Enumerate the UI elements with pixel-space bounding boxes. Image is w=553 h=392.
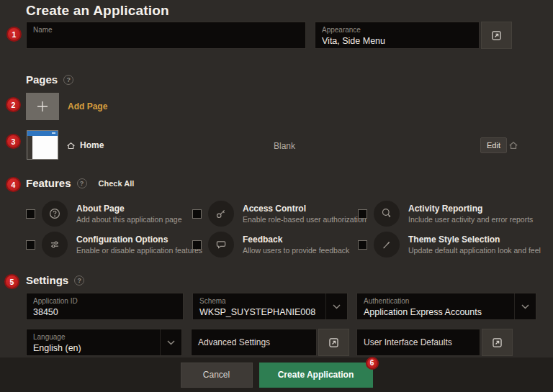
add-page-button[interactable] — [26, 93, 59, 120]
language-value: English (en) — [33, 342, 175, 354]
popup-arrow-icon — [491, 30, 502, 41]
thumbnail-sidebar — [27, 136, 32, 159]
feature-description: Include user activity and error reports — [408, 215, 533, 224]
comment-icon — [208, 232, 234, 257]
home-icon — [66, 141, 76, 150]
appearance-field-value: Vita, Side Menu — [322, 35, 472, 47]
home-page-indicator-icon — [508, 140, 518, 150]
feature-feedback: Feedback Allow users to provide feedback — [192, 230, 355, 259]
create-application-button[interactable]: Create Application 6 — [259, 363, 373, 388]
appearance-field[interactable]: Appearance Vita, Side Menu — [315, 22, 480, 49]
feature-configuration-options: Configuration Options Enable or disable … — [26, 230, 189, 259]
feature-description: Enable or disable application features — [76, 246, 202, 255]
pages-help-icon[interactable]: ? — [63, 75, 73, 85]
step-badge-2: 2 — [6, 97, 21, 112]
user-interface-defaults-label: User Interface Defaults — [364, 337, 452, 347]
feedback-checkbox[interactable] — [192, 240, 202, 250]
advanced-settings-label: Advanced Settings — [198, 337, 270, 347]
cancel-button[interactable]: Cancel — [181, 363, 253, 388]
create-application-wizard: 1 2 3 4 5 Create an Application Name App… — [0, 0, 553, 392]
configuration-options-checkbox[interactable] — [26, 240, 35, 250]
step-badge-4: 4 — [6, 177, 21, 192]
name-field[interactable]: Name — [26, 22, 306, 49]
question-circle-icon — [42, 201, 68, 227]
popup-arrow-icon — [328, 337, 339, 348]
thumbnail-body — [32, 136, 58, 159]
access-control-checkbox[interactable] — [192, 209, 202, 219]
feature-description: Update default application look and feel — [408, 246, 541, 255]
schema-select[interactable]: Schema WKSP_SUYSTEPHANIE008 — [192, 293, 348, 320]
schema-value: WKSP_SUYSTEPHANIE008 — [199, 306, 341, 318]
chevron-down-icon[interactable] — [514, 293, 536, 319]
feature-about-page: About Page Add about this application pa… — [26, 199, 189, 228]
feature-title: Theme Style Selection — [408, 234, 541, 245]
feature-description: Enable role-based user authorization — [243, 215, 367, 224]
chevron-down-icon[interactable] — [325, 293, 347, 319]
page-type: Blank — [274, 141, 295, 151]
add-page-label[interactable]: Add Page — [68, 101, 107, 111]
thumbnail-control — [52, 132, 55, 134]
plus-icon — [35, 99, 50, 114]
page-name: Home — [80, 140, 104, 150]
key-icon — [208, 201, 234, 227]
step-badge-1: 1 — [6, 27, 22, 42]
step-badge-6: 6 — [366, 357, 379, 370]
schema-label: Schema — [199, 297, 341, 306]
thumbnail-titlebar — [27, 131, 58, 136]
feature-access-control: Access Control Enable role-based user au… — [192, 199, 355, 228]
edit-page-button[interactable]: Edit — [480, 137, 507, 153]
create-application-label: Create Application — [278, 370, 354, 380]
settings-heading-text: Settings — [26, 274, 68, 286]
advanced-settings-field[interactable]: Advanced Settings — [191, 329, 317, 356]
application-id-field[interactable]: Application ID 38450 — [26, 293, 184, 320]
sliders-icon — [42, 232, 68, 257]
advanced-settings-open-dialog-button[interactable] — [318, 329, 349, 356]
page-thumbnail[interactable] — [27, 130, 58, 160]
name-field-label: Name — [33, 26, 299, 35]
features-help-icon[interactable]: ? — [77, 178, 87, 188]
step-badge-5: 5 — [4, 274, 19, 289]
brush-icon — [374, 232, 400, 257]
feature-description: Allow users to provide feedback — [243, 246, 349, 255]
page-title: Create an Application — [26, 3, 169, 19]
page-row-home[interactable]: Home — [66, 140, 104, 150]
appearance-field-label: Appearance — [322, 26, 472, 35]
authentication-label: Authentication — [364, 297, 529, 306]
language-select[interactable]: Language English (en) — [26, 329, 182, 356]
feature-title: Configuration Options — [76, 234, 202, 245]
user-interface-defaults-open-dialog-button[interactable] — [482, 329, 513, 356]
about-page-checkbox[interactable] — [26, 209, 35, 219]
pages-heading-text: Pages — [26, 73, 58, 86]
features-heading-text: Features — [26, 177, 71, 189]
user-interface-defaults-field[interactable]: User Interface Defaults — [356, 329, 480, 356]
language-label: Language — [33, 333, 175, 342]
user-search-icon — [374, 201, 400, 227]
feature-theme-style-selection: Theme Style Selection Update default app… — [358, 230, 521, 259]
feature-activity-reporting: Activity Reporting Include user activity… — [358, 199, 521, 228]
chevron-down-icon[interactable] — [160, 329, 181, 355]
authentication-value: Application Express Accounts — [364, 306, 529, 318]
appearance-open-dialog-button[interactable] — [481, 22, 512, 49]
application-id-label: Application ID — [33, 297, 176, 306]
features-heading: Features ? Check All — [26, 177, 134, 189]
settings-heading: Settings ? — [26, 274, 84, 286]
wizard-footer: Cancel Create Application 6 — [0, 357, 553, 392]
authentication-select[interactable]: Authentication Application Express Accou… — [356, 293, 536, 320]
feature-title: Access Control — [243, 204, 367, 214]
activity-reporting-checkbox[interactable] — [358, 209, 367, 219]
feature-title: Activity Reporting — [408, 204, 533, 214]
check-all-link[interactable]: Check All — [99, 179, 135, 188]
theme-style-selection-checkbox[interactable] — [358, 240, 367, 250]
pages-heading: Pages ? — [26, 73, 73, 86]
feature-description: Add about this application page — [76, 215, 182, 224]
application-id-value: 38450 — [33, 306, 176, 318]
settings-help-icon[interactable]: ? — [74, 275, 84, 286]
feature-title: About Page — [76, 204, 182, 214]
step-badge-3: 3 — [6, 134, 21, 149]
feature-title: Feedback — [243, 234, 349, 245]
popup-arrow-icon — [492, 337, 503, 348]
